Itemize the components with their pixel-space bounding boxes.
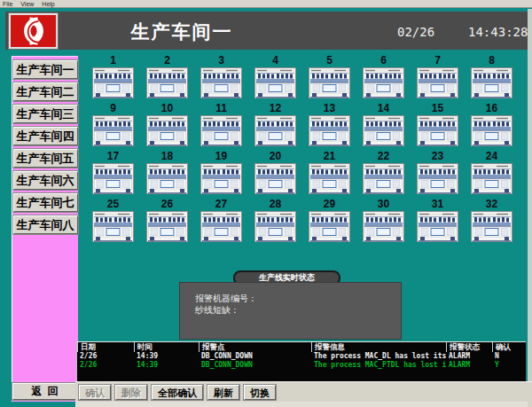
- machine-cell[interactable]: 18: [146, 151, 188, 194]
- sidebar-item-workshop-5[interactable]: 生产车间五: [13, 149, 78, 168]
- title-bar: [5, 12, 528, 50]
- toolbar-button-ack-all[interactable]: 全部确认: [152, 385, 203, 400]
- toolbar-button-delete[interactable]: 删除: [115, 385, 147, 400]
- machine-cell[interactable]: 17: [92, 151, 134, 194]
- machine-cell[interactable]: 25: [92, 199, 134, 242]
- machine-cell[interactable]: 28: [254, 199, 296, 242]
- machine-cell[interactable]: 26: [146, 199, 188, 242]
- knitting-machine-icon[interactable]: [417, 115, 458, 146]
- knitting-machine-icon[interactable]: [92, 115, 134, 146]
- knitting-machine-icon[interactable]: [146, 115, 188, 146]
- machine-cell[interactable]: 20: [254, 151, 296, 194]
- machine-number: 30: [363, 199, 404, 211]
- menu-item-file[interactable]: File: [3, 1, 12, 7]
- knitting-machine-icon[interactable]: [254, 163, 296, 194]
- knitting-machine-icon[interactable]: [254, 211, 296, 242]
- page-title: 生产车间一: [111, 20, 253, 44]
- knitting-machine-icon[interactable]: [200, 163, 242, 194]
- machine-cell[interactable]: 13: [309, 103, 350, 146]
- column-header[interactable]: 时间: [134, 342, 199, 352]
- column-header[interactable]: 报警点: [199, 342, 311, 352]
- menu-item-help[interactable]: Help: [42, 1, 54, 7]
- knitting-machine-icon[interactable]: [146, 67, 188, 98]
- machine-cell[interactable]: 6: [363, 55, 404, 98]
- column-header[interactable]: 报警信息: [311, 342, 446, 352]
- knitting-machine-icon[interactable]: [200, 115, 242, 146]
- table-row[interactable]: 2/2614:39DB_CONN_DOWNThe process MAC_PTD…: [77, 361, 526, 370]
- machine-cell[interactable]: 21: [309, 151, 350, 194]
- toolbar-button-switch[interactable]: 切换: [244, 385, 276, 400]
- machine-number: 17: [92, 151, 134, 163]
- knitting-machine-icon[interactable]: [92, 163, 134, 194]
- knitting-machine-icon[interactable]: [471, 211, 512, 242]
- knitting-machine-icon[interactable]: [309, 115, 350, 146]
- machine-cell[interactable]: 1: [92, 55, 134, 98]
- knitting-machine-icon[interactable]: [471, 115, 512, 146]
- knitting-machine-icon[interactable]: [200, 211, 242, 242]
- knitting-machine-icon[interactable]: [146, 163, 188, 194]
- knitting-machine-icon[interactable]: [363, 115, 404, 146]
- column-header[interactable]: 报警状态: [446, 342, 492, 352]
- machine-cell[interactable]: 12: [254, 103, 296, 146]
- machine-number: 2: [146, 55, 188, 67]
- knitting-machine-icon[interactable]: [200, 67, 242, 98]
- return-button[interactable]: 返回: [12, 383, 77, 400]
- knitting-machine-icon[interactable]: [417, 211, 458, 242]
- machine-cell[interactable]: 29: [309, 199, 350, 242]
- knitting-machine-icon[interactable]: [363, 163, 404, 194]
- sidebar-item-workshop-4[interactable]: 生产车间四: [13, 127, 78, 145]
- sidebar-item-workshop-6[interactable]: 生产车间六: [13, 171, 78, 190]
- knitting-machine-icon[interactable]: [417, 163, 458, 194]
- knitting-machine-icon[interactable]: [309, 163, 350, 194]
- machine-cell[interactable]: 2: [146, 55, 188, 98]
- table-row[interactable]: 2/2614:39DB_CONN_DOWNThe process MAC_DL …: [77, 352, 526, 361]
- toolbar-button-ack[interactable]: 确认: [79, 385, 111, 400]
- window-right-border: [528, 9, 532, 407]
- knitting-machine-icon[interactable]: [309, 67, 350, 98]
- machine-cell[interactable]: 11: [200, 103, 242, 146]
- sidebar-item-workshop-1[interactable]: 生产车间一: [13, 60, 78, 79]
- knitting-machine-icon[interactable]: [92, 211, 134, 242]
- sidebar-item-workshop-8[interactable]: 生产车间八: [13, 215, 78, 234]
- toolbar-button-refresh[interactable]: 刷新: [207, 385, 239, 400]
- machine-cell[interactable]: 10: [146, 103, 188, 146]
- alarm-machine-label: 报警机器编号：: [195, 293, 401, 304]
- machine-cell[interactable]: 30: [363, 199, 404, 242]
- machine-cell[interactable]: 9: [92, 103, 134, 146]
- knitting-machine-icon[interactable]: [254, 67, 296, 98]
- column-header[interactable]: 确认: [492, 342, 525, 352]
- machine-cell[interactable]: 16: [471, 103, 512, 146]
- knitting-machine-icon[interactable]: [471, 163, 512, 194]
- knitting-machine-icon[interactable]: [417, 67, 458, 98]
- machine-cell[interactable]: 32: [471, 199, 512, 242]
- machine-cell[interactable]: 24: [471, 151, 512, 194]
- machine-cell[interactable]: 27: [200, 199, 242, 242]
- machine-cell[interactable]: 23: [417, 151, 458, 194]
- machine-cell[interactable]: 7: [417, 55, 458, 98]
- menu-item-view[interactable]: View: [20, 1, 34, 7]
- column-header[interactable]: 日期: [77, 342, 134, 352]
- sidebar-item-workshop-2[interactable]: 生产车间二: [13, 82, 78, 101]
- knitting-machine-icon[interactable]: [471, 67, 512, 98]
- knitting-machine-icon[interactable]: [363, 67, 404, 98]
- machine-number: 14: [363, 103, 404, 115]
- machine-cell[interactable]: 3: [200, 55, 242, 98]
- knitting-machine-icon[interactable]: [146, 211, 188, 242]
- knitting-machine-icon[interactable]: [92, 67, 134, 98]
- machine-cell[interactable]: 19: [200, 151, 242, 194]
- machine-cell[interactable]: 8: [471, 55, 512, 98]
- machine-cell[interactable]: 5: [309, 55, 350, 98]
- knitting-machine-icon[interactable]: [254, 115, 296, 146]
- machine-cell[interactable]: 4: [254, 55, 296, 98]
- machine-cell[interactable]: 15: [417, 103, 458, 146]
- window-bottom-border: [75, 402, 528, 407]
- knitting-machine-icon[interactable]: [309, 211, 350, 242]
- machine-number: 9: [92, 103, 134, 115]
- machine-cell[interactable]: 14: [363, 103, 404, 146]
- knitting-machine-icon[interactable]: [363, 211, 404, 242]
- machine-cell[interactable]: 22: [363, 151, 404, 194]
- sidebar-item-workshop-7[interactable]: 生产车间七: [13, 193, 78, 212]
- sidebar-item-workshop-3[interactable]: 生产车间三: [13, 105, 78, 123]
- machine-number: 13: [309, 103, 350, 115]
- machine-cell[interactable]: 31: [417, 199, 458, 242]
